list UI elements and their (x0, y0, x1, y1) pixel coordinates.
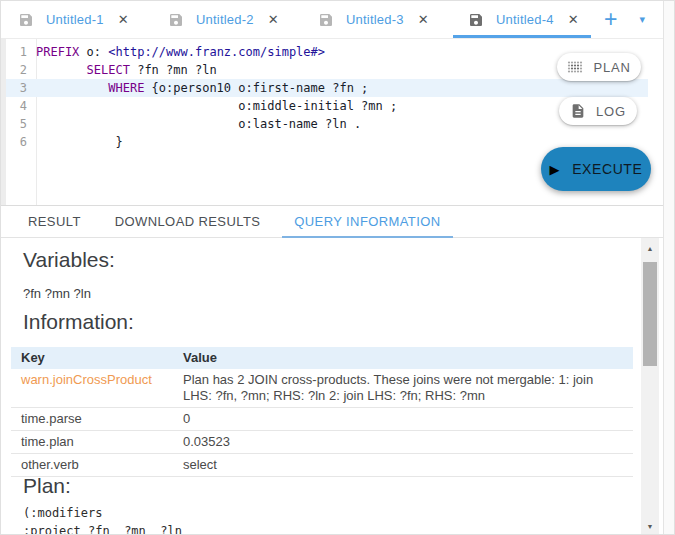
document-icon (570, 103, 586, 119)
code-line-3[interactable]: 3 WHERE {o:person10 o:first-name ?fn ; (6, 79, 648, 97)
tab-label: Untitled-2 (196, 12, 254, 27)
line-number: 5 (6, 117, 36, 131)
information-table-row: time.plan0.03523 (11, 431, 633, 454)
tab-list-dropdown-icon[interactable]: ▾ (639, 14, 645, 25)
plan-heading: Plan: (23, 474, 71, 498)
information-table-row: warn.joinCrossProductPlan has 2 JOIN cro… (11, 369, 633, 408)
information-table-row: time.parse0 (11, 408, 633, 431)
page-scrollbar-track[interactable] (663, 1, 675, 535)
information-heading: Information: (23, 310, 134, 334)
query-information-panel: Variables: ?fn ?mn ?ln Information: Key … (1, 238, 641, 535)
results-scrollbar[interactable]: ▲ ▼ (641, 238, 659, 535)
line-number: 6 (6, 135, 36, 149)
code-line-2[interactable]: 2 SELECT ?fn ?mn ?ln (6, 61, 648, 79)
tab-label: Untitled-4 (496, 12, 554, 27)
results-tabs: RESULTDOWNLOAD RESULTSQUERY INFORMATION (16, 206, 463, 237)
save-icon (468, 12, 484, 28)
query-tabs: Untitled-1✕Untitled-2✕Untitled-3✕Untitle… (1, 1, 601, 38)
log-button[interactable]: LOG (559, 97, 637, 125)
code-text: SELECT ?fn ?mn ?ln (36, 63, 217, 77)
info-value: 0 (173, 408, 633, 431)
query-tab-untitled-4[interactable]: Untitled-4✕ (451, 1, 601, 38)
execute-button[interactable]: ▶ EXECUTE (541, 147, 651, 191)
results-tabbar: RESULTDOWNLOAD RESULTSQUERY INFORMATION (1, 206, 663, 238)
plan-output: (:modifiers :project ?fn ?mn ?ln (23, 504, 182, 535)
code-text: PREFIX o: <http://www.franz.com/simple#> (36, 45, 325, 59)
play-icon: ▶ (550, 162, 561, 177)
information-table-header-row: Key Value (11, 347, 633, 369)
editor-code-area[interactable]: 1PREFIX o: <http://www.franz.com/simple#… (6, 43, 648, 151)
close-icon[interactable]: ✕ (568, 13, 579, 26)
info-key: warn.joinCrossProduct (11, 369, 173, 408)
info-value: select (173, 454, 633, 477)
code-text: WHERE {o:person10 o:first-name ?fn ; (36, 81, 368, 95)
query-tabbar: Untitled-1✕Untitled-2✕Untitled-3✕Untitle… (1, 1, 663, 39)
tabbar-controls: + ▾ (604, 1, 663, 38)
query-tab-untitled-3[interactable]: Untitled-3✕ (301, 1, 451, 38)
tab-label: Untitled-3 (346, 12, 404, 27)
code-text: } (36, 135, 123, 149)
variables-value: ?fn ?mn ?ln (23, 286, 91, 301)
info-key: time.plan (11, 431, 173, 454)
app-window: Untitled-1✕Untitled-2✕Untitled-3✕Untitle… (0, 0, 675, 535)
save-icon (318, 12, 334, 28)
scroll-up-icon[interactable]: ▲ (641, 240, 659, 256)
save-icon (168, 12, 184, 28)
information-table: Key Value warn.joinCrossProductPlan has … (11, 347, 633, 477)
query-tab-untitled-2[interactable]: Untitled-2✕ (151, 1, 301, 38)
variables-heading: Variables: (23, 248, 115, 272)
execute-button-label: EXECUTE (572, 161, 642, 177)
line-number: 1 (6, 45, 36, 59)
key-column-header: Key (11, 347, 173, 369)
info-value: Plan has 2 JOIN cross-products. These jo… (173, 369, 633, 408)
new-tab-button[interactable]: + (604, 8, 617, 31)
code-line-5[interactable]: 5 o:last-name ?ln . (6, 115, 648, 133)
close-icon[interactable]: ✕ (268, 13, 279, 26)
scrollbar-thumb[interactable] (643, 262, 657, 366)
value-column-header: Value (173, 347, 633, 369)
line-number: 3 (6, 81, 36, 95)
scroll-down-icon[interactable]: ▼ (641, 518, 659, 534)
info-value: 0.03523 (173, 431, 633, 454)
plan-button-label: PLAN (593, 60, 630, 75)
query-tab-untitled-1[interactable]: Untitled-1✕ (1, 1, 151, 38)
line-number: 4 (6, 99, 36, 113)
info-key: time.parse (11, 408, 173, 431)
code-text: o:middle-initial ?mn ; (36, 99, 397, 113)
results-tab-download-results[interactable]: DOWNLOAD RESULTS (103, 206, 273, 237)
dot-grid-icon (567, 59, 583, 75)
code-line-4[interactable]: 4 o:middle-initial ?mn ; (6, 97, 648, 115)
results-tab-result[interactable]: RESULT (16, 206, 93, 237)
line-number: 2 (6, 63, 36, 77)
plan-button[interactable]: PLAN (557, 53, 641, 81)
save-icon (18, 12, 34, 28)
close-icon[interactable]: ✕ (418, 13, 429, 26)
code-line-1[interactable]: 1PREFIX o: <http://www.franz.com/simple#… (6, 43, 648, 61)
results-tab-query-information[interactable]: QUERY INFORMATION (282, 206, 452, 237)
information-table-row: other.verbselect (11, 454, 633, 477)
close-icon[interactable]: ✕ (118, 13, 129, 26)
log-button-label: LOG (596, 104, 626, 119)
tab-label: Untitled-1 (46, 12, 104, 27)
code-line-6[interactable]: 6 } (6, 133, 648, 151)
code-text: o:last-name ?ln . (36, 117, 361, 131)
